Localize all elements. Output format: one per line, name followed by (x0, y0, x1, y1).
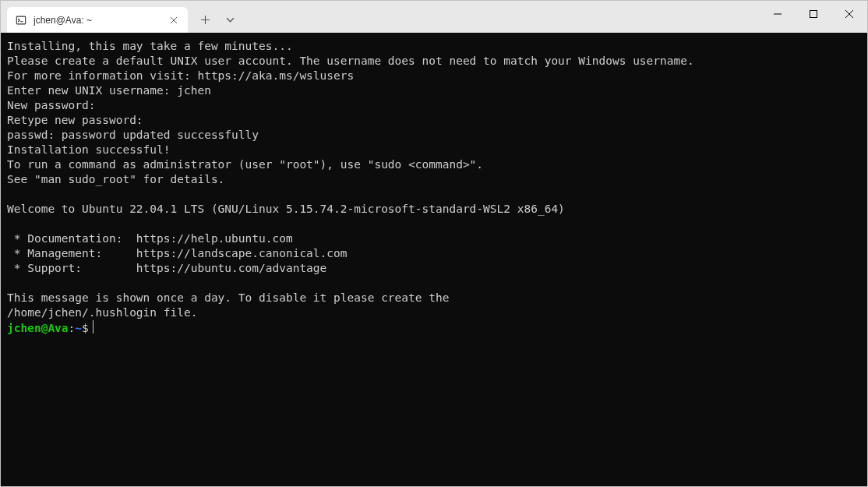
terminal-body[interactable]: Installing, this may take a few minutes.… (1, 33, 867, 486)
terminal-line: * Support: https://ubuntu.com/advantage (7, 261, 861, 276)
terminal-window: jchen@Ava: ~ (0, 0, 868, 487)
terminal-line (7, 187, 861, 202)
titlebar: jchen@Ava: ~ (1, 1, 867, 33)
tab-strip: jchen@Ava: ~ (1, 1, 242, 33)
window-controls (760, 1, 867, 26)
tab-title: jchen@Ava: ~ (34, 15, 161, 26)
tab-actions (188, 7, 242, 33)
prompt-path: ~ (75, 322, 82, 334)
terminal-line: passwd: password updated successfully (7, 128, 861, 143)
terminal-line: Enter new UNIX username: jchen (7, 83, 861, 98)
maximize-button[interactable] (796, 1, 831, 26)
terminal-line (7, 217, 861, 231)
terminal-line (7, 276, 861, 291)
terminal-line: * Documentation: https://help.ubuntu.com (7, 231, 861, 246)
close-window-button[interactable] (831, 1, 867, 26)
terminal-line: Welcome to Ubuntu 22.04.1 LTS (GNU/Linux… (7, 202, 861, 217)
prompt-user-host: jchen@Ava (7, 322, 69, 334)
terminal-line: * Management: https://landscape.canonica… (7, 246, 861, 261)
terminal-line: Installing, this may take a few minutes.… (7, 39, 861, 54)
terminal-line: This message is shown once a day. To dis… (7, 291, 861, 305)
tab-close-button[interactable] (168, 14, 180, 26)
terminal-line: Retype new password: (7, 113, 861, 128)
terminal-line: For more information visit: https://aka.… (7, 69, 861, 83)
cursor (93, 320, 94, 333)
terminal-line: /home/jchen/.hushlogin file. (7, 305, 861, 320)
terminal-line: See "man sudo_root" for details. (7, 172, 861, 187)
minimize-button[interactable] (760, 1, 796, 26)
terminal-icon (15, 14, 27, 26)
svg-rect-1 (810, 10, 817, 17)
tab-dropdown-button[interactable] (217, 8, 242, 33)
terminal-line: Please create a default UNIX user accoun… (7, 54, 861, 69)
prompt-symbol: $ (82, 322, 89, 334)
svg-rect-0 (16, 16, 25, 24)
terminal-prompt-line: jchen@Ava:~$ (7, 320, 861, 336)
terminal-line: New password: (7, 98, 861, 113)
terminal-line: To run a command as administrator (user … (7, 157, 861, 172)
terminal-line: Installation successful! (7, 143, 861, 157)
prompt-separator: : (69, 322, 76, 334)
tab-active[interactable]: jchen@Ava: ~ (7, 7, 188, 33)
new-tab-button[interactable] (192, 8, 217, 33)
